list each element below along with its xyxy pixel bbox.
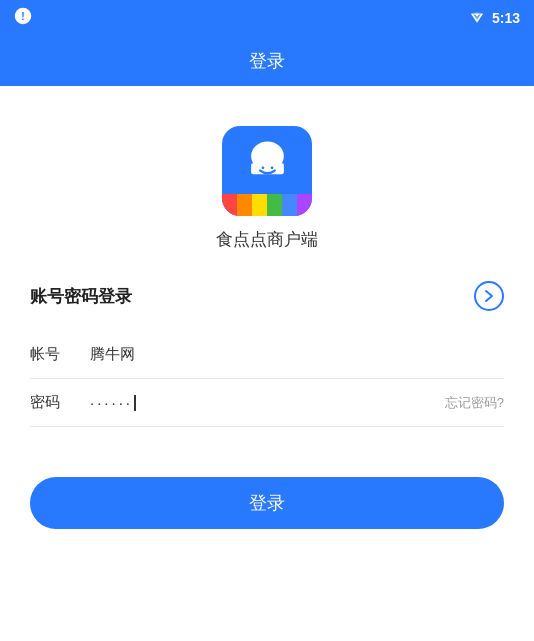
password-left: 密码 ······ bbox=[30, 393, 136, 412]
app-name: 食点点商户端 bbox=[216, 228, 318, 251]
warning-icon: ! bbox=[14, 7, 32, 29]
text-cursor bbox=[134, 395, 136, 411]
wifi-icon bbox=[468, 9, 486, 27]
login-button[interactable]: 登录 bbox=[30, 477, 504, 529]
top-bar: 登录 bbox=[0, 36, 534, 86]
logo-colors bbox=[222, 194, 312, 216]
password-label: 密码 bbox=[30, 393, 80, 412]
status-bar-left: ! bbox=[14, 7, 32, 29]
account-field[interactable]: 帐号 腾牛网 bbox=[30, 331, 504, 379]
chef-hat-icon bbox=[240, 136, 295, 186]
forgot-password-link[interactable]: 忘记密码? bbox=[445, 394, 504, 412]
logo-area: 食点点商户端 bbox=[216, 126, 318, 251]
password-dots: ······ bbox=[80, 394, 133, 411]
svg-text:!: ! bbox=[21, 10, 25, 22]
password-field[interactable]: 密码 ······ 忘记密码? bbox=[30, 379, 504, 427]
account-label: 帐号 bbox=[30, 345, 80, 364]
main-content: 食点点商户端 账号密码登录 帐号 腾牛网 密码 ······ 忘记密码? bbox=[0, 86, 534, 641]
svg-point-8 bbox=[270, 166, 273, 169]
arrow-button[interactable] bbox=[474, 281, 504, 311]
status-time: 5:13 bbox=[492, 10, 520, 26]
section-header: 账号密码登录 bbox=[30, 281, 504, 311]
svg-point-7 bbox=[261, 166, 264, 169]
section-title: 账号密码登录 bbox=[30, 285, 132, 308]
page-title: 登录 bbox=[249, 49, 285, 73]
app-logo bbox=[222, 126, 312, 216]
status-bar-right: 5:13 bbox=[468, 9, 520, 27]
account-value: 腾牛网 bbox=[80, 345, 504, 364]
login-section: 账号密码登录 帐号 腾牛网 密码 ······ 忘记密码? 登录 bbox=[30, 281, 504, 529]
status-bar: ! 5:13 bbox=[0, 0, 534, 36]
